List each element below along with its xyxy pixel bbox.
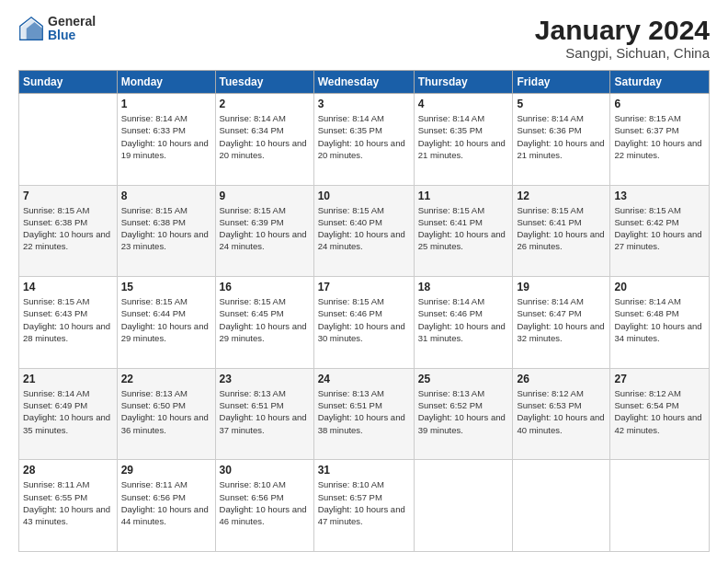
calendar-cell: 29Sunrise: 8:11 AM Sunset: 6:56 PM Dayli… — [117, 460, 215, 552]
day-info: Sunrise: 8:12 AM Sunset: 6:53 PM Dayligh… — [517, 387, 606, 436]
calendar-cell: 27Sunrise: 8:12 AM Sunset: 6:54 PM Dayli… — [610, 368, 710, 460]
calendar-cell: 8Sunrise: 8:15 AM Sunset: 6:38 PM Daylig… — [117, 185, 215, 277]
calendar-cell: 1Sunrise: 8:14 AM Sunset: 6:33 PM Daylig… — [117, 94, 215, 186]
day-number: 28 — [23, 464, 113, 477]
calendar-cell: 21Sunrise: 8:14 AM Sunset: 6:49 PM Dayli… — [19, 368, 118, 460]
calendar-cell: 14Sunrise: 8:15 AM Sunset: 6:43 PM Dayli… — [19, 277, 118, 369]
day-info: Sunrise: 8:10 AM Sunset: 6:57 PM Dayligh… — [318, 478, 410, 527]
day-header-sunday: Sunday — [19, 71, 118, 94]
day-info: Sunrise: 8:14 AM Sunset: 6:34 PM Dayligh… — [220, 112, 310, 161]
day-header-wednesday: Wednesday — [313, 71, 414, 94]
calendar-cell: 3Sunrise: 8:14 AM Sunset: 6:35 PM Daylig… — [313, 94, 414, 186]
day-info: Sunrise: 8:15 AM Sunset: 6:38 PM Dayligh… — [121, 204, 211, 253]
calendar-cell: 10Sunrise: 8:15 AM Sunset: 6:40 PM Dayli… — [313, 185, 414, 277]
day-number: 25 — [418, 373, 509, 385]
day-info: Sunrise: 8:13 AM Sunset: 6:51 PM Dayligh… — [318, 387, 410, 436]
day-info: Sunrise: 8:15 AM Sunset: 6:41 PM Dayligh… — [517, 204, 606, 253]
day-number: 3 — [318, 98, 410, 110]
header: General Blue January 2024 Sangpi, Sichua… — [18, 15, 710, 61]
calendar-cell: 9Sunrise: 8:15 AM Sunset: 6:39 PM Daylig… — [215, 185, 313, 277]
logo-general-text: General — [48, 15, 96, 29]
day-info: Sunrise: 8:15 AM Sunset: 6:44 PM Dayligh… — [121, 295, 211, 344]
day-info: Sunrise: 8:15 AM Sunset: 6:46 PM Dayligh… — [318, 295, 410, 344]
calendar-subtitle: Sangpi, Sichuan, China — [535, 45, 710, 61]
calendar-cell: 18Sunrise: 8:14 AM Sunset: 6:46 PM Dayli… — [414, 277, 513, 369]
calendar-cell: 26Sunrise: 8:12 AM Sunset: 6:53 PM Dayli… — [513, 368, 610, 460]
day-info: Sunrise: 8:13 AM Sunset: 6:50 PM Dayligh… — [121, 387, 211, 436]
day-number: 9 — [220, 190, 310, 202]
day-info: Sunrise: 8:13 AM Sunset: 6:51 PM Dayligh… — [220, 387, 310, 436]
logo-icon — [18, 16, 44, 41]
calendar-cell: 15Sunrise: 8:15 AM Sunset: 6:44 PM Dayli… — [117, 277, 215, 369]
calendar-cell: 25Sunrise: 8:13 AM Sunset: 6:52 PM Dayli… — [414, 368, 513, 460]
calendar-cell: 5Sunrise: 8:14 AM Sunset: 6:36 PM Daylig… — [513, 94, 610, 186]
day-info: Sunrise: 8:11 AM Sunset: 6:56 PM Dayligh… — [121, 478, 211, 527]
calendar-cell: 11Sunrise: 8:15 AM Sunset: 6:41 PM Dayli… — [414, 185, 513, 277]
day-number: 13 — [614, 190, 705, 202]
day-number: 22 — [121, 373, 211, 385]
calendar-cell: 4Sunrise: 8:14 AM Sunset: 6:35 PM Daylig… — [414, 94, 513, 186]
logo: General Blue — [18, 15, 96, 43]
day-info: Sunrise: 8:15 AM Sunset: 6:42 PM Dayligh… — [614, 204, 705, 253]
day-info: Sunrise: 8:10 AM Sunset: 6:56 PM Dayligh… — [220, 478, 310, 527]
day-number: 27 — [614, 373, 705, 385]
day-number: 17 — [318, 281, 410, 293]
calendar-cell: 7Sunrise: 8:15 AM Sunset: 6:38 PM Daylig… — [19, 185, 118, 277]
day-info: Sunrise: 8:15 AM Sunset: 6:38 PM Dayligh… — [23, 204, 113, 253]
calendar-week-3: 14Sunrise: 8:15 AM Sunset: 6:43 PM Dayli… — [19, 277, 710, 369]
calendar-cell: 20Sunrise: 8:14 AM Sunset: 6:48 PM Dayli… — [610, 277, 710, 369]
calendar-cell: 31Sunrise: 8:10 AM Sunset: 6:57 PM Dayli… — [313, 460, 414, 552]
day-info: Sunrise: 8:15 AM Sunset: 6:40 PM Dayligh… — [318, 204, 410, 253]
day-info: Sunrise: 8:14 AM Sunset: 6:48 PM Dayligh… — [614, 295, 705, 344]
day-info: Sunrise: 8:14 AM Sunset: 6:35 PM Dayligh… — [318, 112, 410, 161]
day-info: Sunrise: 8:14 AM Sunset: 6:47 PM Dayligh… — [517, 295, 606, 344]
day-info: Sunrise: 8:11 AM Sunset: 6:55 PM Dayligh… — [23, 478, 113, 527]
day-info: Sunrise: 8:15 AM Sunset: 6:45 PM Dayligh… — [220, 295, 310, 344]
day-number: 30 — [220, 464, 310, 477]
day-number: 16 — [220, 281, 310, 293]
day-number: 1 — [121, 98, 211, 110]
day-number: 26 — [517, 373, 606, 385]
day-header-thursday: Thursday — [414, 71, 513, 94]
day-info: Sunrise: 8:14 AM Sunset: 6:35 PM Dayligh… — [418, 112, 509, 161]
day-info: Sunrise: 8:14 AM Sunset: 6:46 PM Dayligh… — [418, 295, 509, 344]
calendar-table: SundayMondayTuesdayWednesdayThursdayFrid… — [18, 70, 710, 552]
day-number: 23 — [220, 373, 310, 385]
calendar-cell: 19Sunrise: 8:14 AM Sunset: 6:47 PM Dayli… — [513, 277, 610, 369]
day-number: 31 — [318, 464, 410, 477]
day-number: 19 — [517, 281, 606, 293]
calendar-cell: 17Sunrise: 8:15 AM Sunset: 6:46 PM Dayli… — [313, 277, 414, 369]
calendar-cell: 22Sunrise: 8:13 AM Sunset: 6:50 PM Dayli… — [117, 368, 215, 460]
calendar-cell: 6Sunrise: 8:15 AM Sunset: 6:37 PM Daylig… — [610, 94, 710, 186]
day-info: Sunrise: 8:14 AM Sunset: 6:49 PM Dayligh… — [23, 387, 113, 436]
logo-text: General Blue — [48, 15, 96, 43]
day-info: Sunrise: 8:15 AM Sunset: 6:43 PM Dayligh… — [23, 295, 113, 344]
day-number: 4 — [418, 98, 509, 110]
day-header-monday: Monday — [117, 71, 215, 94]
day-info: Sunrise: 8:14 AM Sunset: 6:33 PM Dayligh… — [121, 112, 211, 161]
day-header-saturday: Saturday — [610, 71, 710, 94]
calendar-cell: 13Sunrise: 8:15 AM Sunset: 6:42 PM Dayli… — [610, 185, 710, 277]
page: General Blue January 2024 Sangpi, Sichua… — [0, 0, 728, 563]
calendar-cell: 28Sunrise: 8:11 AM Sunset: 6:55 PM Dayli… — [19, 460, 118, 552]
calendar-cell: 12Sunrise: 8:15 AM Sunset: 6:41 PM Dayli… — [513, 185, 610, 277]
calendar-cell — [19, 94, 118, 186]
calendar-cell — [610, 460, 710, 552]
day-info: Sunrise: 8:15 AM Sunset: 6:37 PM Dayligh… — [614, 112, 705, 161]
calendar-header-row: SundayMondayTuesdayWednesdayThursdayFrid… — [19, 71, 710, 94]
calendar-cell: 23Sunrise: 8:13 AM Sunset: 6:51 PM Dayli… — [215, 368, 313, 460]
day-number: 11 — [418, 190, 509, 202]
day-header-tuesday: Tuesday — [215, 71, 313, 94]
day-info: Sunrise: 8:15 AM Sunset: 6:41 PM Dayligh… — [418, 204, 509, 253]
calendar-cell: 30Sunrise: 8:10 AM Sunset: 6:56 PM Dayli… — [215, 460, 313, 552]
day-number: 10 — [318, 190, 410, 202]
day-header-friday: Friday — [513, 71, 610, 94]
day-info: Sunrise: 8:15 AM Sunset: 6:39 PM Dayligh… — [220, 204, 310, 253]
calendar-week-4: 21Sunrise: 8:14 AM Sunset: 6:49 PM Dayli… — [19, 368, 710, 460]
day-number: 6 — [614, 98, 705, 110]
day-number: 7 — [23, 190, 113, 202]
day-number: 8 — [121, 190, 211, 202]
day-number: 18 — [418, 281, 509, 293]
day-number: 14 — [23, 281, 113, 293]
calendar-week-2: 7Sunrise: 8:15 AM Sunset: 6:38 PM Daylig… — [19, 185, 710, 277]
